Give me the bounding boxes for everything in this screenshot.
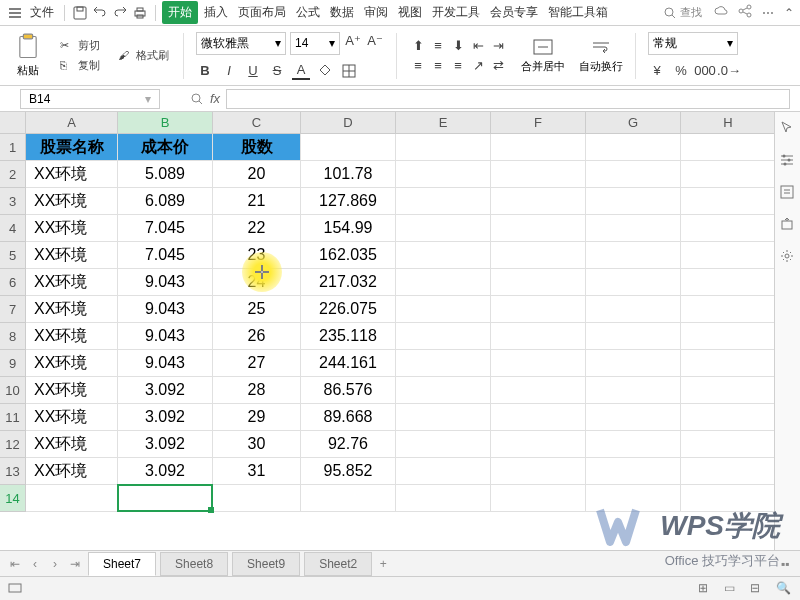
cell[interactable]: 7.045	[118, 242, 213, 269]
cell[interactable]: 244.161	[301, 350, 396, 377]
cell[interactable]	[586, 269, 681, 296]
cell[interactable]: XX环境	[26, 323, 118, 350]
cell[interactable]: 24	[213, 269, 301, 296]
undo-icon[interactable]	[91, 4, 109, 22]
view-page-icon[interactable]: ▭	[724, 581, 740, 597]
cell[interactable]: 101.78	[301, 161, 396, 188]
row-header[interactable]: 4	[0, 215, 26, 242]
cell[interactable]	[681, 134, 776, 161]
col-header-D[interactable]: D	[301, 112, 396, 134]
cell[interactable]: 股数	[213, 134, 301, 161]
share-icon[interactable]	[738, 4, 752, 21]
cell[interactable]	[586, 431, 681, 458]
cell[interactable]	[586, 458, 681, 485]
cell[interactable]: 89.668	[301, 404, 396, 431]
add-sheet-icon[interactable]: +	[374, 555, 392, 573]
cell[interactable]: 154.99	[301, 215, 396, 242]
cell[interactable]: 29	[213, 404, 301, 431]
cell[interactable]: XX环境	[26, 215, 118, 242]
cell[interactable]: XX环境	[26, 161, 118, 188]
cell[interactable]: 7.045	[118, 215, 213, 242]
cell[interactable]: 成本价	[118, 134, 213, 161]
merge-button[interactable]	[531, 38, 555, 56]
cell[interactable]	[681, 404, 776, 431]
cell[interactable]: 3.092	[118, 377, 213, 404]
col-header-C[interactable]: C	[213, 112, 301, 134]
row-header[interactable]: 6	[0, 269, 26, 296]
copy-button[interactable]: ⎘复制	[58, 57, 102, 74]
cell[interactable]	[491, 188, 586, 215]
tab-data[interactable]: 数据	[326, 1, 358, 24]
col-header-G[interactable]: G	[586, 112, 681, 134]
cell[interactable]	[301, 134, 396, 161]
cell[interactable]: 9.043	[118, 269, 213, 296]
cell[interactable]: XX环境	[26, 377, 118, 404]
wrap-button[interactable]	[589, 38, 613, 56]
cell[interactable]	[491, 161, 586, 188]
tab-first-icon[interactable]: ⇤	[6, 555, 24, 573]
row-header[interactable]: 3	[0, 188, 26, 215]
cell[interactable]: 23	[213, 242, 301, 269]
cell[interactable]	[681, 485, 776, 512]
file-menu[interactable]: 文件	[26, 1, 58, 24]
row-header[interactable]: 1	[0, 134, 26, 161]
format-painter-button[interactable]: 🖌格式刷	[116, 47, 171, 64]
align-middle-button[interactable]: ≡	[429, 37, 447, 55]
view-normal-icon[interactable]: ⊞	[698, 581, 714, 597]
cell[interactable]: 3.092	[118, 458, 213, 485]
cell[interactable]: 92.76	[301, 431, 396, 458]
cell[interactable]	[681, 269, 776, 296]
col-header-A[interactable]: A	[26, 112, 118, 134]
formula-input[interactable]	[226, 89, 790, 109]
cell[interactable]	[586, 323, 681, 350]
cell[interactable]: 5.089	[118, 161, 213, 188]
font-name-select[interactable]: 微软雅黑▾	[196, 32, 286, 55]
tab-dev[interactable]: 开发工具	[428, 1, 484, 24]
cell[interactable]	[396, 269, 491, 296]
save-icon[interactable]	[71, 4, 89, 22]
cell[interactable]: 95.852	[301, 458, 396, 485]
cell[interactable]: 3.092	[118, 431, 213, 458]
cell[interactable]: 9.043	[118, 323, 213, 350]
tab-next-icon[interactable]: ›	[46, 555, 64, 573]
tab-insert[interactable]: 插入	[200, 1, 232, 24]
cell[interactable]	[681, 161, 776, 188]
keyboard-icon[interactable]	[8, 581, 24, 597]
font-size-select[interactable]: 14▾	[290, 32, 340, 55]
sheet-tab[interactable]: Sheet7	[88, 552, 156, 576]
indent-decrease-button[interactable]: ⇤	[469, 37, 487, 55]
indent-increase-button[interactable]: ⇥	[489, 37, 507, 55]
tab-start[interactable]: 开始	[162, 1, 198, 24]
col-header-B[interactable]: B	[118, 112, 213, 134]
cursor-icon[interactable]	[779, 120, 797, 138]
cell[interactable]	[491, 431, 586, 458]
view-break-icon[interactable]: ⊟	[750, 581, 766, 597]
cell[interactable]	[396, 323, 491, 350]
cell[interactable]: 217.032	[301, 269, 396, 296]
search-icon[interactable]	[190, 92, 204, 106]
cell[interactable]	[396, 458, 491, 485]
cell[interactable]: XX环境	[26, 431, 118, 458]
row-header[interactable]: 10	[0, 377, 26, 404]
cell[interactable]: XX环境	[26, 296, 118, 323]
cell[interactable]: 226.075	[301, 296, 396, 323]
cell[interactable]: XX环境	[26, 458, 118, 485]
cell[interactable]: 28	[213, 377, 301, 404]
name-box[interactable]: B14▾	[20, 89, 160, 109]
cell[interactable]	[491, 269, 586, 296]
italic-button[interactable]: I	[220, 62, 238, 80]
cell[interactable]	[26, 485, 118, 512]
align-left-button[interactable]: ≡	[409, 57, 427, 75]
row-header[interactable]: 13	[0, 458, 26, 485]
strike-button[interactable]: S	[268, 62, 286, 80]
row-header[interactable]: 2	[0, 161, 26, 188]
sheet-tab[interactable]: Sheet8	[160, 552, 228, 576]
row-header[interactable]: 5	[0, 242, 26, 269]
cell[interactable]: XX环境	[26, 188, 118, 215]
cell[interactable]: 127.869	[301, 188, 396, 215]
hamburger-icon[interactable]	[6, 4, 24, 22]
cell[interactable]	[586, 161, 681, 188]
row-header[interactable]: 14	[0, 485, 26, 512]
align-bottom-button[interactable]: ⬇	[449, 37, 467, 55]
align-top-button[interactable]: ⬆	[409, 37, 427, 55]
